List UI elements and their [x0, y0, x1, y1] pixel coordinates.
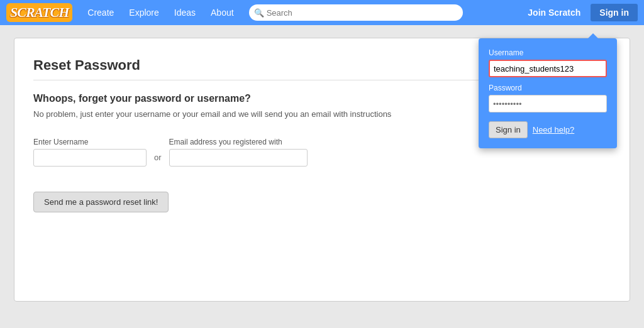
username-group: Enter Username — [33, 138, 147, 167]
signin-username-input[interactable] — [489, 60, 607, 77]
username-label: Enter Username — [33, 138, 147, 146]
username-input[interactable] — [33, 149, 147, 167]
search-icon: 🔍 — [254, 8, 264, 18]
email-input[interactable] — [169, 149, 308, 167]
search-input[interactable] — [249, 4, 463, 21]
email-label: Email address you registered with — [169, 138, 308, 146]
nav-ideas[interactable]: Ideas — [167, 0, 203, 25]
navbar: SCRATCH Create Explore Ideas About 🔍 Joi… — [0, 0, 644, 25]
nav-explore[interactable]: Explore — [121, 0, 166, 25]
signin-username-label: Username — [489, 48, 607, 57]
reset-button[interactable]: Send me a password reset link! — [33, 192, 169, 212]
nav-right: Join Scratch Sign in — [523, 4, 638, 21]
nav-create[interactable]: Create — [80, 0, 121, 25]
main-container: Reset Password Whoops, forget your passw… — [14, 38, 630, 302]
logo[interactable]: SCRATCH — [6, 3, 72, 22]
nav-links: Create Explore Ideas About — [80, 0, 241, 25]
nav-about[interactable]: About — [203, 0, 242, 25]
or-label: or — [154, 153, 162, 162]
join-scratch-button[interactable]: Join Scratch — [523, 5, 586, 20]
signin-password-input[interactable] — [489, 95, 607, 112]
scratch-logo-text: SCRATCH — [6, 3, 72, 22]
signin-row: Sign in Need help? — [489, 121, 607, 138]
search-bar-container: 🔍 — [249, 4, 463, 21]
signin-submit-button[interactable]: Sign in — [489, 121, 528, 138]
sign-in-button[interactable]: Sign in — [591, 4, 638, 21]
email-group: Email address you registered with — [169, 138, 308, 167]
signin-dropdown: Username Password Sign in Need help? — [479, 38, 617, 148]
need-help-link[interactable]: Need help? — [533, 125, 575, 134]
signin-password-label: Password — [489, 84, 607, 92]
